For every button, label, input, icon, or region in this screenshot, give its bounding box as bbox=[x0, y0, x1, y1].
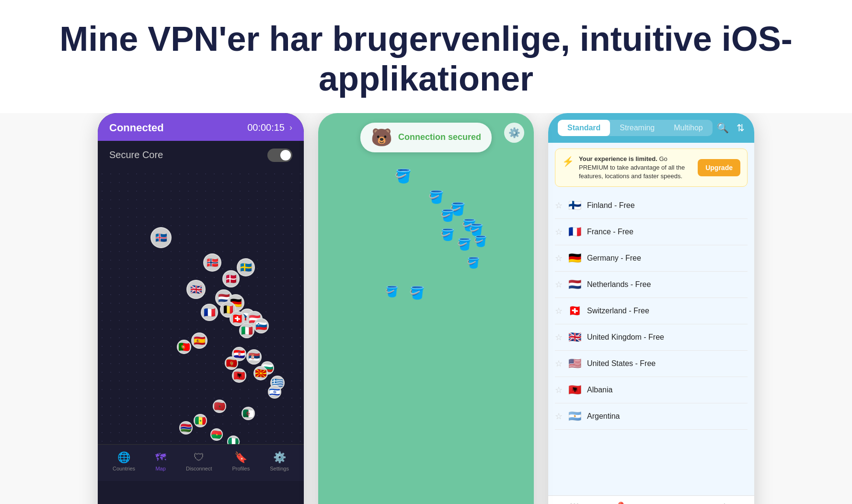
favorite-icon-us[interactable]: ☆ bbox=[555, 358, 563, 369]
tab-group: Standard Streaming Multihop bbox=[558, 120, 713, 136]
nav-settings[interactable]: ⚙️ Settings bbox=[270, 451, 289, 471]
tunnelbear-icon: 🐻 bbox=[371, 127, 392, 148]
settings-icon: ⚙️ bbox=[273, 451, 286, 464]
countries-icon: 🌐 bbox=[117, 451, 130, 464]
flag-us: 🇺🇸 bbox=[568, 357, 581, 370]
phone1-bottom-nav: 🌐 Countries 🗺 Map 🛡 Disconnect 🔖 Profile… bbox=[98, 444, 304, 481]
flag-circle-is: 🇮🇸 bbox=[150, 227, 172, 248]
flag-circle-sn: 🇸🇳 bbox=[194, 414, 207, 427]
favorite-icon-argentina[interactable]: ☆ bbox=[555, 411, 563, 422]
flag-circle-pt: 🇵🇹 bbox=[177, 340, 191, 354]
phone3-nav-vpn[interactable]: 🛡 VPN bbox=[569, 502, 580, 504]
flag-circle-dz: 🇩🇿 bbox=[242, 407, 255, 420]
map-icon: 🗺 bbox=[155, 451, 166, 464]
sort-icon[interactable]: ⇅ bbox=[737, 122, 745, 134]
phone3-nav-streaming[interactable]: ▶ Streaming bbox=[662, 502, 684, 504]
nav-map-label: Map bbox=[155, 466, 165, 471]
flag-circle-no: 🇳🇴 bbox=[203, 253, 221, 272]
phone1-map: 🇮🇸 🇳🇴 🇸🇪 🇩🇰 🇬🇧 🇳🇱 🇩🇪 🇧🇪 🇫🇷 🇨🇿 🇦🇹 🇨🇭 🇸🇮 🇮… bbox=[98, 170, 304, 481]
page-header: Mine VPN'er har brugervenlige, intuitive… bbox=[0, 0, 852, 113]
favorite-icon-uk[interactable]: ☆ bbox=[555, 332, 563, 343]
server-name-albania: Albania bbox=[587, 386, 748, 394]
gear-button[interactable]: ⚙️ bbox=[504, 123, 524, 143]
favorite-icon-germany[interactable]: ☆ bbox=[555, 253, 563, 263]
chevron-right-icon: › bbox=[289, 123, 292, 133]
phones-container: Connected 00:00:15 › Secure Core 🇮🇸 🇳🇴 🇸… bbox=[0, 113, 852, 504]
flag-argentina: 🇦🇷 bbox=[568, 410, 581, 423]
settings-nav-icon: ⚙ bbox=[720, 502, 729, 504]
vpn-bucket-ch: 🪣 bbox=[440, 228, 455, 241]
tab-streaming[interactable]: Streaming bbox=[610, 120, 664, 136]
nav-countries[interactable]: 🌐 Countries bbox=[113, 451, 135, 471]
flag-switzerland: 🇨🇭 bbox=[568, 305, 581, 317]
connection-timer: 00:00:15 bbox=[247, 122, 285, 133]
server-list: ☆ 🇫🇮 Finland - Free ☆ 🇫🇷 France - Free ☆… bbox=[548, 193, 754, 430]
vpn-bucket-pt: 🪣 bbox=[385, 286, 398, 298]
vpn-bucket-es: 🪣 bbox=[409, 286, 425, 300]
phone3-nav-settings[interactable]: ⚙ Settings bbox=[716, 502, 733, 504]
flag-circle-il: 🇮🇱 bbox=[268, 385, 281, 399]
connection-status: Connected bbox=[109, 122, 164, 134]
phone1-frame: Connected 00:00:15 › Secure Core 🇮🇸 🇳🇴 🇸… bbox=[98, 113, 304, 504]
dot-grid-pattern bbox=[98, 170, 304, 481]
vpn-bucket-it: 🪣 bbox=[467, 257, 480, 269]
nav-countries-label: Countries bbox=[113, 466, 135, 471]
nav-disconnect[interactable]: 🛡 Disconnect bbox=[186, 451, 212, 471]
server-item-switzerland[interactable]: ☆ 🇨🇭 Switzerland - Free bbox=[555, 298, 748, 324]
favorite-icon-switzerland[interactable]: ☆ bbox=[555, 306, 563, 316]
tab-standard[interactable]: Standard bbox=[558, 120, 610, 136]
flag-albania: 🇦🇱 bbox=[568, 384, 581, 396]
vpn-bucket-be: 🪣 bbox=[440, 209, 455, 222]
flag-uk: 🇬🇧 bbox=[568, 331, 581, 344]
server-name-us: United States - Free bbox=[587, 359, 748, 368]
phone3-nav-location[interactable]: 📍 Location bbox=[612, 502, 630, 504]
phone3-header: Standard Streaming Multihop 🔍 ⇅ bbox=[548, 113, 754, 143]
vpn-bucket-sl: 🪣 bbox=[474, 235, 487, 248]
upgrade-banner-text: Your experience is limited. Go PREMIUM t… bbox=[579, 155, 693, 181]
server-item-germany[interactable]: ☆ 🇩🇪 Germany - Free bbox=[555, 245, 748, 272]
nav-profiles-label: Profiles bbox=[232, 466, 250, 471]
streaming-nav-icon: ▶ bbox=[669, 502, 677, 504]
header-icons: 🔍 ⇅ bbox=[717, 122, 745, 134]
server-item-argentina[interactable]: ☆ 🇦🇷 Argentina bbox=[555, 403, 748, 430]
server-item-albania[interactable]: ☆ 🇦🇱 Albania bbox=[555, 377, 748, 403]
tab-multihop[interactable]: Multihop bbox=[664, 120, 712, 136]
secure-core-label: Secure Core bbox=[109, 149, 163, 160]
flag-france: 🇫🇷 bbox=[568, 226, 581, 238]
upgrade-banner-button[interactable]: Upgrade bbox=[698, 159, 740, 176]
server-name-switzerland: Switzerland - Free bbox=[587, 307, 748, 315]
flag-circle-ma: 🇲🇦 bbox=[213, 400, 226, 413]
timer-area: 00:00:15 › bbox=[247, 122, 292, 133]
favorite-icon-france[interactable]: ☆ bbox=[555, 227, 563, 237]
phone3-bottom-nav: 🛡 VPN 📍 Location ▶ Streaming ⚙ Settings bbox=[548, 495, 754, 504]
vpn-bucket-nl: 🪣 bbox=[428, 190, 444, 205]
phone1-status-bar: Connected 00:00:15 › bbox=[98, 113, 304, 141]
server-item-netherlands[interactable]: ☆ 🇳🇱 Netherlands - Free bbox=[555, 272, 748, 298]
nav-disconnect-label: Disconnect bbox=[186, 466, 212, 471]
favorite-icon-finland[interactable]: ☆ bbox=[555, 200, 563, 211]
server-item-france[interactable]: ☆ 🇫🇷 France - Free bbox=[555, 219, 748, 245]
flag-circle-dk: 🇩🇰 bbox=[222, 270, 240, 287]
favorite-icon-albania[interactable]: ☆ bbox=[555, 385, 563, 395]
flag-circle-al: 🇦🇱 bbox=[232, 368, 246, 383]
flag-netherlands: 🇳🇱 bbox=[568, 278, 581, 291]
upgrade-banner: ⚡ Your experience is limited. Go PREMIUM… bbox=[555, 149, 748, 187]
nav-profiles[interactable]: 🔖 Profiles bbox=[232, 451, 250, 471]
nav-map[interactable]: 🗺 Map bbox=[155, 451, 166, 471]
page-title: Mine VPN'er har brugervenlige, intuitive… bbox=[38, 19, 814, 99]
flag-germany: 🇩🇪 bbox=[568, 252, 581, 264]
vpn-bucket-fr: 🪣 bbox=[457, 238, 472, 251]
server-item-finland[interactable]: ☆ 🇫🇮 Finland - Free bbox=[555, 193, 748, 219]
secure-core-toggle[interactable] bbox=[267, 149, 292, 162]
vpn-bucket-uk: 🪣 bbox=[395, 168, 412, 184]
server-item-us[interactable]: ☆ 🇺🇸 United States - Free bbox=[555, 351, 748, 377]
server-name-finland: Finland - Free bbox=[587, 201, 748, 210]
favorite-icon-netherlands[interactable]: ☆ bbox=[555, 279, 563, 290]
search-icon[interactable]: 🔍 bbox=[717, 122, 729, 134]
server-item-uk[interactable]: ☆ 🇬🇧 United Kingdom - Free bbox=[555, 324, 748, 351]
disconnect-icon: 🛡 bbox=[194, 451, 204, 464]
server-name-netherlands: Netherlands - Free bbox=[587, 280, 748, 289]
phone3-frame: Standard Streaming Multihop 🔍 ⇅ ⚡ Your e… bbox=[548, 113, 754, 504]
flag-circle-gb: 🇬🇧 bbox=[186, 280, 206, 299]
flag-circle-es: 🇪🇸 bbox=[191, 332, 207, 349]
